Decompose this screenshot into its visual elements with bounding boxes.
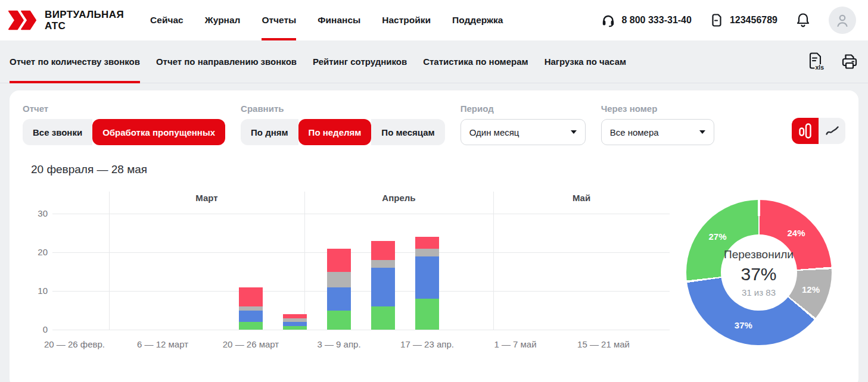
x-axis-label: 20 — 26 март [206, 339, 295, 349]
x-axis-label: 15 — 21 май [559, 339, 648, 349]
chart-type-toggle [792, 118, 845, 144]
y-axis-label: 30 [26, 208, 48, 218]
chevron-down-icon [571, 130, 577, 134]
nav-item-3[interactable]: Финансы [318, 0, 360, 40]
headset-icon [601, 13, 615, 27]
logo[interactable]: ВИРТУАЛЬНАЯ АТС [8, 8, 124, 32]
month-divider-line [304, 192, 305, 330]
period-select[interactable]: Один месяц [461, 119, 586, 145]
support-phone[interactable]: 8 800 333-31-40 [601, 13, 691, 27]
bar-segment-red [415, 237, 439, 249]
filter-compare: Сравнить По днямПо неделямПо месяцам [241, 104, 445, 145]
month-divider-line [109, 192, 110, 330]
bar-segment-green [327, 311, 351, 330]
account-id-value: 123456789 [730, 15, 777, 26]
nav-item-4[interactable]: Настройки [382, 0, 431, 40]
y-gridline [52, 330, 670, 330]
month-label: Май [573, 193, 590, 203]
chevron-down-icon [699, 130, 705, 134]
compare-option-0[interactable]: По дням [241, 119, 298, 145]
report-tab-0-active[interactable]: Отчет по количеству звонков [10, 40, 140, 83]
line-chart-view-button[interactable] [819, 118, 845, 144]
svg-text:xls: xls [816, 64, 825, 71]
report-tab-3[interactable]: Статистика по номерам [423, 40, 528, 83]
avatar[interactable] [829, 7, 856, 34]
filters-panel: Отчет Все звонкиОбработка пропущенных Ср… [23, 104, 845, 145]
y-axis-label: 10 [26, 286, 48, 296]
report-type-option-0[interactable]: Все звонки [23, 119, 92, 145]
month-label: Апрель [382, 193, 415, 203]
bar-segment-green [415, 299, 439, 330]
bar-segment-gray [371, 260, 395, 268]
bar-segment-blue [327, 287, 351, 311]
x-axis-label: 6 — 12 март [118, 339, 207, 349]
report-tab-1[interactable]: Отчет по направлению звонков [156, 40, 297, 83]
print-icon[interactable] [841, 53, 858, 70]
person-icon [835, 12, 850, 28]
compare-option-2[interactable]: По месяцам [371, 119, 444, 145]
bar-segment-blue [239, 311, 263, 322]
x-axis-label: 17 — 23 апр. [382, 339, 472, 349]
month-divider-line [493, 192, 494, 330]
account-id[interactable]: 123456789 [710, 13, 777, 27]
bar-segment-blue [283, 322, 307, 326]
date-range-title: 20 февраля — 28 мая [31, 163, 845, 176]
charts-area: 0102030МартАпрельМай20 — 26 февр.6 — 12 … [23, 192, 845, 352]
tab-actions: xls [808, 40, 858, 83]
report-tabs: Отчет по количеству звонковОтчет по напр… [10, 40, 626, 83]
filter-period-label: Период [461, 104, 586, 114]
donut-area: Перезвонили 37% 31 из 83 24%12%37%27% [672, 192, 845, 352]
x-axis-label: 1 — 7 май [471, 339, 560, 349]
nav-item-5[interactable]: Поддержка [452, 0, 503, 40]
callback-donut-chart: Перезвонили 37% 31 из 83 24%12%37%27% [686, 200, 832, 345]
x-axis-label: 20 — 26 февр. [30, 339, 119, 349]
notifications-bell-icon[interactable] [795, 12, 811, 29]
bar-segment-gray [415, 249, 439, 256]
compare-option-1-active[interactable]: По неделям [298, 119, 372, 145]
support-phone-number: 8 800 333-31-40 [621, 15, 691, 26]
line-chart-icon [825, 125, 839, 137]
nav-item-2-active[interactable]: Отчеты [262, 0, 296, 40]
via-number-select[interactable]: Все номера [601, 119, 714, 145]
report-card: Отчет Все звонкиОбработка пропущенных Ср… [10, 90, 858, 382]
bar-segment-gray [239, 306, 263, 311]
report-tab-2[interactable]: Рейтинг сотрудников [313, 40, 407, 83]
bar-segment-green [239, 322, 263, 330]
report-type-toggle: Все звонкиОбработка пропущенных [23, 119, 225, 145]
y-gridline [52, 291, 670, 292]
bar-segment-red [239, 287, 263, 307]
filter-via-number: Через номер Все номера [601, 104, 714, 145]
month-label: Март [195, 193, 217, 203]
donut-slice-label-gray: 12% [802, 284, 820, 295]
header-right: 8 800 333-31-40 123456789 [601, 7, 856, 34]
donut-slice-label-red: 24% [787, 227, 805, 237]
donut-center: Перезвонили 37% 31 из 83 [686, 200, 832, 345]
filter-report: Отчет Все звонкиОбработка пропущенных [23, 104, 225, 145]
document-icon [710, 13, 724, 27]
nav-item-0[interactable]: Сейчас [150, 0, 183, 40]
bar-chart-view-button[interactable] [792, 118, 819, 144]
bar-chart-icon [799, 123, 811, 139]
report-tab-4[interactable]: Нагрузка по часам [545, 40, 626, 83]
bar-segment-blue [415, 256, 439, 299]
report-tabs-row: Отчет по количеству звонковОтчет по напр… [0, 40, 868, 83]
bar-segment-blue [371, 268, 395, 306]
bar-segment-green [371, 306, 395, 330]
top-header: ВИРТУАЛЬНАЯ АТС СейчасЖурналОтчетыФинанс… [0, 0, 868, 40]
bar-segment-red [283, 314, 307, 318]
x-axis-label: 3 — 9 апр. [294, 339, 384, 349]
export-xls-icon[interactable]: xls [808, 52, 825, 71]
filter-compare-label: Сравнить [241, 104, 445, 114]
nav-item-1[interactable]: Журнал [205, 0, 241, 40]
bar-segment-gray [283, 318, 307, 322]
bar-segment-red [327, 249, 351, 272]
logo-line2: АТС [45, 20, 124, 32]
y-axis-label: 20 [26, 247, 48, 257]
report-type-option-1-active[interactable]: Обработка пропущенных [92, 119, 225, 145]
bar-segment-gray [327, 272, 351, 287]
donut-center-label: Перезвонили [724, 248, 794, 261]
calls-bar-chart: 0102030МартАпрельМай20 — 26 февр.6 — 12 … [23, 192, 672, 352]
donut-center-sub: 31 из 83 [742, 287, 776, 298]
donut-center-value: 37% [741, 264, 776, 284]
bar-segment-green [283, 326, 307, 330]
